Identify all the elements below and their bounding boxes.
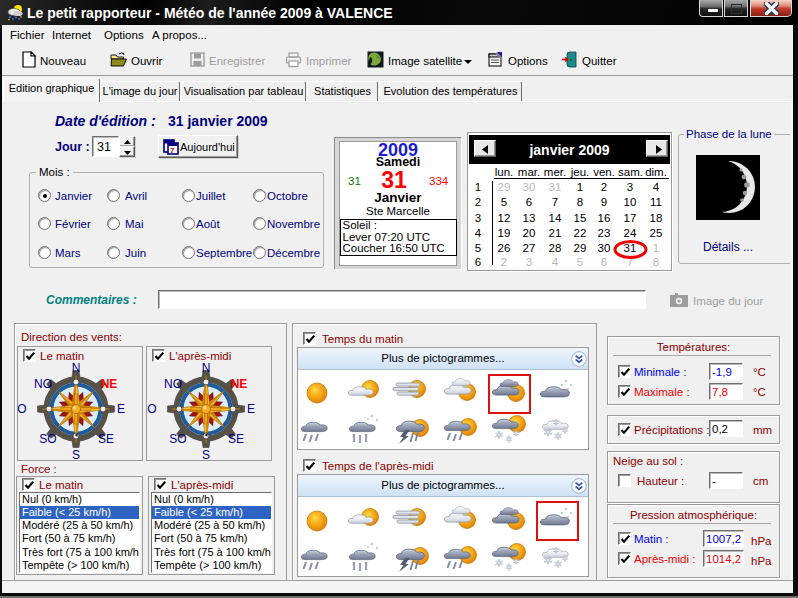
svg-text:7: 7 bbox=[170, 146, 175, 155]
